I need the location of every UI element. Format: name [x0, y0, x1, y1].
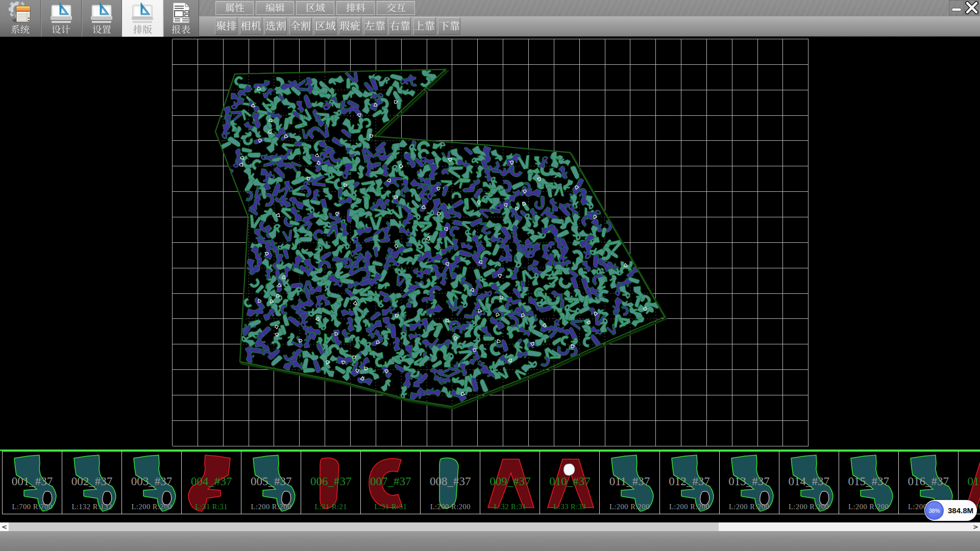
status-bar [0, 531, 980, 551]
piece-range: L:700 R:700 [3, 503, 62, 511]
piece-range: L:31 R:31 [361, 503, 420, 511]
nav-label-system [11, 24, 30, 35]
tool-select-cut[interactable] [264, 17, 287, 35]
menu-tabs [215, 1, 417, 15]
design-setsquare-icon [50, 2, 73, 24]
nesting-setsquare-icon [131, 2, 154, 24]
piece-range: L:200 R:200 [421, 503, 480, 511]
scroll-right-button[interactable]: > [971, 522, 980, 531]
tab-label [346, 3, 365, 13]
tray-piece-015_#37[interactable]: 015_#37L:200 R:200 [839, 451, 899, 514]
tray-piece-011_#37[interactable]: 011_#37L:200 R:200 [599, 451, 659, 514]
piece-id: 017_#37 [959, 475, 980, 487]
tool-label [414, 21, 435, 31]
tab-edit[interactable] [256, 1, 294, 15]
scroll-thumb[interactable] [9, 522, 719, 531]
tray-piece-003_#37[interactable]: 003_#37L:200 R:200 [121, 451, 182, 514]
tray-piece-007_#37[interactable]: 007_#37L:31 R:31 [360, 451, 421, 514]
tool-region[interactable] [314, 17, 336, 35]
gear [9, 2, 30, 22]
tray-piece-010_#37[interactable]: 010_#37L:33 R:33 [540, 451, 600, 514]
progress-value: 38% [928, 508, 940, 514]
close-icon [965, 1, 978, 14]
tray-piece-014_#37[interactable]: 014_#37L:200 R:200 [779, 451, 839, 514]
tool-label [290, 21, 311, 31]
memory-value: 384.8M [946, 500, 975, 521]
piece-id: 014_#37 [779, 475, 839, 487]
piece-id: 008_#37 [421, 475, 480, 487]
nav-button-system[interactable] [0, 0, 41, 37]
tab-label [386, 3, 406, 13]
header [0, 0, 980, 37]
piece-range: L:200 R:200 [779, 503, 839, 511]
minimize-button[interactable] [949, 0, 964, 15]
tool-label [265, 21, 286, 31]
piece-range: L:200 R:200 [241, 503, 301, 511]
piece-id: 015_#37 [839, 475, 898, 487]
piece-range: L:200 R:200 [600, 503, 659, 511]
tray-piece-013_#37[interactable]: 013_#37L:200 R:200 [719, 451, 779, 514]
tool-label [216, 21, 237, 31]
tool-align-top[interactable] [413, 17, 436, 35]
piece-id: 004_#37 [182, 475, 241, 487]
close-button[interactable] [964, 0, 979, 15]
nav-label-report [172, 24, 190, 35]
piece-id: 006_#37 [301, 475, 360, 487]
tray-piece-001_#37[interactable]: 001_#37L:700 R:700 [2, 451, 62, 514]
nav-button-nesting[interactable] [122, 0, 163, 37]
piece-range: L:21 R:21 [301, 503, 360, 511]
piece-range: L:200 R:200 [660, 503, 719, 511]
minimize-icon [951, 2, 962, 13]
tool-label [439, 21, 460, 31]
tool-align-left[interactable] [364, 17, 386, 35]
tool-label [339, 21, 360, 31]
nav-button-settings[interactable] [82, 0, 122, 37]
tool-align-right[interactable] [388, 17, 411, 35]
tray-piece-004_#37[interactable]: 004_#37L:31 R:31 [181, 451, 241, 514]
piece-id: 013_#37 [720, 475, 779, 487]
nesting-canvas-area[interactable] [0, 37, 980, 449]
tab-nesting[interactable] [336, 1, 375, 15]
memory-badge: 38% 384.8M [924, 500, 977, 521]
tab-interaction[interactable] [377, 1, 415, 15]
tray-scrollbar[interactable]: < > [0, 522, 980, 531]
piece-id: 011_#37 [600, 475, 659, 487]
tray-piece-006_#37[interactable]: 006_#37L:21 R:21 [301, 451, 361, 514]
tool-label [364, 21, 385, 31]
window-controls [949, 0, 979, 15]
piece-id: 005_#37 [241, 475, 301, 487]
nav-label-settings [92, 24, 111, 35]
tray-piece-008_#37[interactable]: 008_#37L:200 R:200 [420, 451, 480, 514]
tray-piece-009_#37[interactable]: 009_#37L:32 R:31 [480, 451, 540, 514]
report-document-icon [169, 2, 193, 24]
settings-setsquare-icon [90, 2, 113, 24]
piece-id: 012_#37 [660, 475, 719, 487]
main-nav [0, 0, 199, 37]
piece-id: 007_#37 [361, 475, 420, 487]
nav-label-design [52, 24, 70, 35]
nav-button-report[interactable] [163, 0, 199, 37]
tool-camera[interactable] [240, 17, 262, 35]
piece-id: 001_#37 [3, 475, 62, 487]
tab-properties[interactable] [215, 1, 254, 15]
tab-label [306, 3, 325, 13]
scroll-left-button[interactable]: < [0, 522, 9, 531]
tool-align-bottom[interactable] [438, 17, 460, 35]
progress-circle: 38% [925, 501, 944, 520]
nav-button-design[interactable] [41, 0, 82, 37]
tool-defect[interactable] [339, 17, 361, 35]
tool-label [240, 21, 261, 31]
scroll-left-icon: < [2, 522, 7, 531]
tray-piece-005_#37[interactable]: 005_#37L:200 R:200 [241, 451, 301, 514]
tool-cut-all[interactable] [289, 17, 312, 35]
tool-cluster-nest[interactable] [215, 17, 237, 35]
piece-range: L:200 R:200 [720, 503, 779, 511]
tab-region[interactable] [296, 1, 334, 15]
piece-range: L:200 R:200 [839, 503, 898, 511]
tool-label [315, 21, 336, 31]
tray-piece-002_#37[interactable]: 002_#37L:132 R:132 [62, 451, 122, 514]
piece-range: L:132 R:132 [62, 503, 121, 511]
piece-id: 003_#37 [122, 475, 181, 487]
piece-tray: 001_#37L:700 R:700002_#37L:132 R:132003_… [2, 451, 980, 514]
tray-piece-012_#37[interactable]: 012_#37L:200 R:200 [659, 451, 720, 514]
